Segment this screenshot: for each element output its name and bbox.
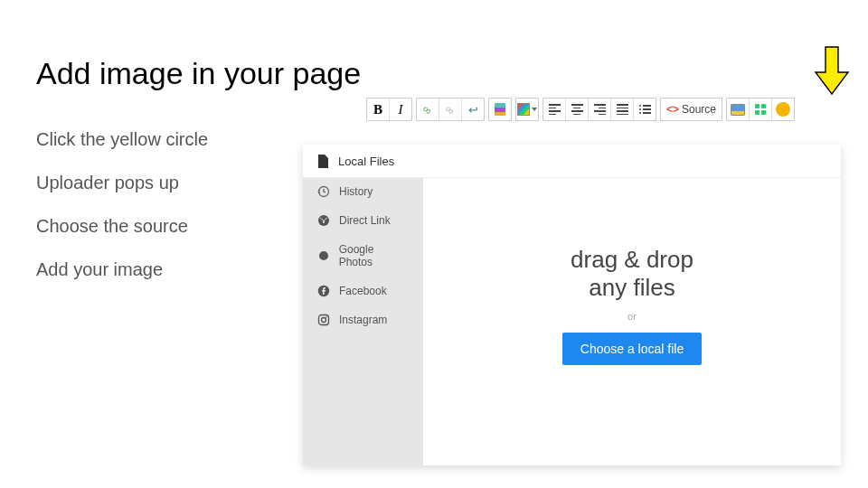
image-button[interactable] <box>727 99 749 120</box>
yellow-arrow-icon <box>814 45 850 96</box>
align-left-button[interactable] <box>543 99 565 120</box>
choose-local-file-button[interactable]: Choose a local file <box>562 333 702 365</box>
text-color-button[interactable] <box>516 99 538 120</box>
history-icon <box>317 185 330 198</box>
dropzone-or: or <box>627 311 637 322</box>
step-1: Click the yellow circle <box>36 117 208 161</box>
source-button[interactable]: <>Source <box>661 99 722 120</box>
source-direct-link[interactable]: Direct Link <box>303 206 423 235</box>
source-google-photos[interactable]: Google Photos <box>303 235 423 277</box>
instagram-icon <box>317 314 330 326</box>
link-button[interactable]: ∞ <box>417 99 439 120</box>
source-instagram[interactable]: Instagram <box>303 305 423 334</box>
bold-button[interactable]: B <box>367 99 389 120</box>
uploader-header: Local Files <box>303 145 841 178</box>
flag-button[interactable] <box>489 99 511 120</box>
source-history[interactable]: History <box>303 177 423 206</box>
bullet-list-button[interactable] <box>633 99 656 120</box>
uploader-header-label: Local Files <box>338 155 394 168</box>
file-icon <box>317 155 329 168</box>
align-center-button[interactable] <box>565 99 588 120</box>
italic-button[interactable]: I <box>389 99 411 120</box>
svg-rect-3 <box>319 315 329 325</box>
globe-icon <box>317 214 330 227</box>
page-title: Add image in your page <box>36 56 361 91</box>
align-right-button[interactable] <box>588 99 610 120</box>
dropzone-text-line1: drag & drop <box>571 246 693 274</box>
fullscreen-button[interactable] <box>749 99 771 120</box>
step-2: Uploader pops up <box>36 161 208 204</box>
facebook-icon <box>317 285 330 297</box>
undo-button[interactable]: ↩ <box>461 99 484 120</box>
upload-image-button[interactable] <box>771 99 794 120</box>
source-facebook[interactable]: Facebook <box>303 277 423 305</box>
svg-point-5 <box>326 316 327 318</box>
yellow-circle-icon <box>776 102 790 117</box>
dropzone-text-line2: any files <box>589 274 675 302</box>
svg-point-1 <box>318 215 329 226</box>
step-4: Add your image <box>36 248 208 291</box>
unlink-button[interactable]: ∞ <box>439 99 461 120</box>
step-3: Choose the source <box>36 204 208 248</box>
align-justify-button[interactable] <box>610 99 633 120</box>
uploader-dialog: × Local Files History Direct Link Google… <box>303 145 841 465</box>
instruction-steps: Click the yellow circle Uploader pops up… <box>36 117 208 291</box>
uploader-sidebar: Local Files History Direct Link Google P… <box>303 145 423 465</box>
svg-point-4 <box>322 318 326 323</box>
editor-toolbar: B I ∞ ∞ ↩ <>Source <box>366 98 795 121</box>
uploader-dropzone[interactable]: drag & drop any files or Choose a local … <box>423 145 841 465</box>
google-photos-icon <box>317 249 330 262</box>
